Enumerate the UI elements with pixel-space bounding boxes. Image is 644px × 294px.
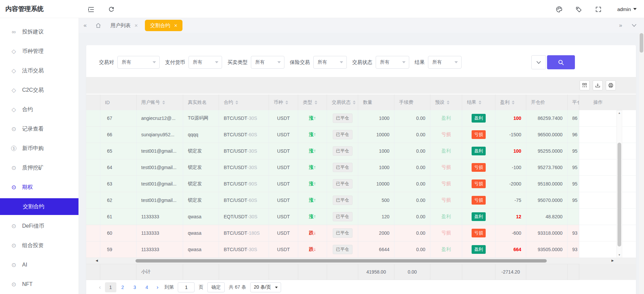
page-size-select[interactable]: 20 条/页	[250, 282, 281, 292]
qty-value: 120	[382, 214, 389, 219]
cell-pad	[86, 159, 100, 175]
cell-preset: 盈利	[430, 241, 462, 258]
sidebar-item-7[interactable]: ⊙质押挖矿	[0, 158, 78, 177]
search-button[interactable]	[547, 55, 575, 69]
sort-caret-icon[interactable]	[512, 100, 515, 104]
tabs-back-icon[interactable]: «	[79, 22, 91, 29]
vertical-scroll-thumb[interactable]	[618, 143, 621, 246]
tabs-forward-icon[interactable]: »	[614, 22, 627, 29]
action-cell	[579, 241, 636, 258]
scroll-down-icon[interactable]: ▼	[617, 253, 622, 256]
page-button-3[interactable]: 3	[129, 282, 141, 292]
header-cell-preset[interactable]: 预设	[430, 94, 462, 110]
cell-status: 已平仓	[327, 143, 358, 159]
expand-filters-button[interactable]	[531, 55, 546, 69]
sort-caret-icon[interactable]	[285, 100, 288, 104]
page-vertical-scrollbar[interactable]	[639, 32, 644, 294]
horizontal-scroll-thumb[interactable]	[136, 259, 547, 263]
sidebar-item-5[interactable]: ⊙记录查看	[0, 119, 78, 139]
action-cell	[579, 159, 636, 176]
table-vertical-scrollbar[interactable]: ▲ ▼	[616, 110, 622, 258]
table-toolbar	[86, 77, 636, 94]
tag-icon[interactable]	[575, 6, 582, 13]
sort-caret-icon[interactable]	[162, 100, 165, 104]
cell-status: 已平仓	[327, 225, 358, 241]
header-cell-result[interactable]: 结果	[462, 94, 495, 110]
sidebar-item-0[interactable]: ∞投拆建议	[0, 22, 78, 42]
tabs-menu-icon[interactable]	[627, 24, 644, 27]
subtotal-cell-preset	[430, 264, 462, 280]
page-button-1[interactable]: 1	[105, 282, 116, 292]
cell-coin: USDT	[269, 110, 298, 126]
contract-period: -90S	[247, 181, 257, 187]
cell-name: TG源码网	[183, 110, 219, 126]
scroll-right-icon[interactable]: ▶	[611, 259, 614, 262]
filter-select-1[interactable]: 所有	[189, 56, 222, 69]
cell-contract: BTC/USDT-30S	[219, 159, 269, 175]
sort-caret-icon[interactable]	[479, 100, 481, 104]
collapse-sidebar-icon[interactable]	[87, 6, 95, 13]
sidebar-item-2[interactable]: ◇法币交易	[0, 61, 78, 80]
confirm-button[interactable]: 确定	[207, 282, 225, 292]
result-badge: 亏损	[472, 163, 486, 172]
header-cell-type[interactable]: 类型	[298, 94, 327, 110]
sidebar-item-11[interactable]: ⊙组合投资	[0, 236, 78, 255]
scroll-up-icon[interactable]: ▲	[617, 112, 622, 115]
sidebar-item-13[interactable]: ⊙NFT	[0, 275, 78, 294]
id-value: 66	[107, 132, 112, 137]
export-icon[interactable]	[593, 80, 603, 90]
print-icon[interactable]	[606, 80, 616, 90]
filter-select-5[interactable]: 所有	[428, 56, 462, 69]
coin-value: USDT	[277, 230, 290, 236]
page-button-4[interactable]: 4	[141, 282, 153, 292]
filter-select-0[interactable]: 所有	[117, 56, 160, 69]
cell-preset: 亏损	[430, 127, 462, 143]
sort-caret-icon[interactable]	[235, 100, 238, 104]
cell-contract: BTC/USDT-30S	[219, 143, 269, 159]
sort-caret-icon[interactable]	[447, 100, 449, 104]
jump-page-input[interactable]	[178, 282, 195, 292]
header-cell-contract[interactable]: 合约	[219, 94, 269, 110]
sidebar-item-10[interactable]: ⊙DeFi借币	[0, 216, 78, 236]
sort-caret-icon[interactable]	[315, 100, 317, 104]
theme-palette-icon[interactable]	[555, 6, 563, 13]
home-icon[interactable]	[91, 22, 105, 28]
prev-page-icon[interactable]: ‹	[99, 284, 101, 291]
sort-caret-icon[interactable]	[353, 100, 356, 104]
header-cell-account[interactable]: 用户账号	[137, 94, 183, 110]
table-horizontal-scrollbar[interactable]: ◀ ▶	[86, 258, 636, 264]
filter-select-4[interactable]: 所有	[376, 56, 409, 69]
cell-qty: 10000	[358, 176, 394, 192]
tab-user-list[interactable]: 用户列表 ✕	[105, 20, 143, 31]
fullscreen-icon[interactable]	[595, 6, 602, 13]
header-cell-coin[interactable]: 币种	[269, 94, 298, 110]
sidebar-item-9[interactable]: 交割合约	[0, 198, 78, 215]
filter-actions	[531, 55, 575, 69]
tab-delivery-contract[interactable]: 交割合约 ✕	[145, 20, 182, 31]
close-tab-icon[interactable]: ✕	[174, 23, 177, 28]
refresh-icon[interactable]	[108, 6, 115, 13]
close-tab-icon[interactable]: ✕	[134, 23, 138, 28]
scroll-left-icon[interactable]: ◀	[96, 259, 98, 262]
filter-select-3[interactable]: 所有	[313, 56, 347, 69]
filter-label: 交易状态	[352, 59, 372, 66]
header-cell-status[interactable]: 交易状态	[327, 94, 358, 110]
page-scroll-thumb[interactable]	[640, 33, 643, 53]
user-menu[interactable]: admin	[617, 0, 637, 18]
filter-select-2[interactable]: 所有	[251, 56, 284, 69]
sidebar-item-3[interactable]: ◇C2C交易	[0, 80, 78, 100]
sidebar-item-1[interactable]: ◇币种管理	[0, 42, 78, 61]
next-page-icon[interactable]: ›	[157, 284, 159, 291]
page-size-value: 20 条/页	[254, 284, 271, 290]
coin-icon: ⊙	[10, 262, 17, 268]
page-button-2[interactable]: 2	[117, 282, 128, 292]
cell-fee: 0.00	[394, 127, 430, 143]
sidebar-item-4[interactable]: ◇合约	[0, 100, 78, 119]
header-cell-profit[interactable]: 盈利	[495, 94, 526, 110]
sidebar-item-6[interactable]: $新币申购	[0, 139, 78, 158]
filter-value: 所有	[432, 59, 454, 65]
columns-setting-icon[interactable]	[580, 80, 590, 90]
qty-value: 10000	[376, 181, 389, 187]
sidebar-item-8[interactable]: ⊙期权	[0, 177, 78, 197]
sidebar-item-12[interactable]: ⊙AI	[0, 255, 78, 275]
